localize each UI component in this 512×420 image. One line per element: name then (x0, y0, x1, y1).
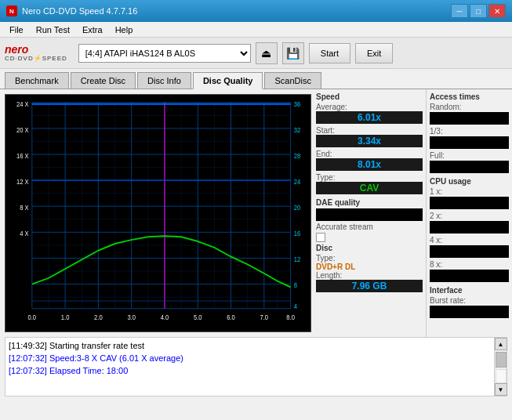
cpu-4x-bar (430, 245, 509, 258)
burst-label: Burst rate: (430, 296, 509, 305)
end-label: End: (316, 150, 423, 158)
close-button[interactable]: ✕ (488, 4, 506, 18)
svg-text:4: 4 (294, 302, 298, 310)
menu-file[interactable]: File (3, 24, 30, 36)
log-scrollbar[interactable]: ▲ ▼ (494, 338, 507, 396)
menu-extra[interactable]: Extra (76, 24, 109, 36)
svg-text:4.0: 4.0 (161, 314, 169, 322)
svg-text:12 X: 12 X (16, 179, 29, 186)
main-content: 24 X 20 X 16 X 12 X 8 X 4 X 36 32 28 24 … (0, 89, 512, 337)
menu-bar: File Run Test Extra Help (0, 22, 512, 38)
accurate-label: Accurate stream (316, 223, 423, 231)
accurate-checkbox-row (316, 233, 423, 242)
maximize-button[interactable]: □ (470, 4, 487, 18)
random-bar (430, 112, 509, 125)
svg-text:8: 8 (294, 282, 298, 290)
nero-logo-text: nero (5, 44, 67, 55)
nero-product-name: CD·DVD⚡SPEED (5, 55, 67, 62)
disc-title: Disc (316, 244, 423, 252)
cpu-1x-stat: 1 x: (430, 187, 509, 209)
tab-scan-disc[interactable]: ScanDisc (264, 72, 321, 89)
start-label: Start: (316, 126, 423, 135)
svg-text:24 X: 24 X (16, 100, 29, 108)
svg-text:20 X: 20 X (16, 126, 29, 134)
svg-text:8.0: 8.0 (286, 314, 295, 322)
cpu-4x-label: 4 x: (430, 236, 509, 244)
svg-text:16 X: 16 X (16, 152, 29, 160)
tab-benchmark[interactable]: Benchmark (5, 72, 69, 89)
scroll-down-arrow[interactable]: ▼ (495, 383, 507, 396)
cpu-1x-bar (430, 197, 509, 209)
log-time-1: [11:49:32] (9, 341, 47, 350)
average-value: 6.01x (316, 111, 423, 124)
burst-stat: Burst rate: (430, 296, 509, 318)
dae-bar (316, 208, 423, 221)
burst-bar (430, 306, 509, 318)
svg-text:4 X: 4 X (20, 230, 29, 238)
scroll-thumb[interactable] (496, 352, 507, 368)
accurate-checkbox[interactable] (316, 233, 325, 242)
length-stat: Length: 7.96 GB (316, 271, 423, 292)
title-bar: N Nero CD-DVD Speed 4.7.7.16 ─ □ ✕ (0, 0, 512, 22)
end-stat: End: 8.01x (316, 150, 423, 171)
svg-rect-0 (5, 95, 310, 331)
scroll-up-arrow[interactable]: ▲ (495, 338, 507, 350)
minimize-button[interactable]: ─ (451, 4, 468, 18)
menu-run-test[interactable]: Run Test (30, 24, 76, 36)
toolbar: nero CD·DVD⚡SPEED [4:4] ATAPI iHAS124 B … (0, 38, 512, 69)
tab-disc-quality[interactable]: Disc Quality (193, 72, 263, 89)
log-content: [11:49:32] Starting transfer rate test [… (5, 338, 494, 396)
cpu-title: CPU usage (430, 177, 509, 186)
type-stat: Type: CAV (316, 173, 423, 194)
access-section: Access times Random: 1/3: Full: (430, 92, 509, 176)
cpu-section: CPU usage 1 x: 2 x: 4 x: 8 x: (430, 177, 509, 284)
log-text-1: Starting transfer rate test (49, 341, 144, 350)
chart-svg: 24 X 20 X 16 X 12 X 8 X 4 X 36 32 28 24 … (5, 95, 310, 331)
menu-help[interactable]: Help (109, 24, 140, 36)
full-label: Full: (430, 151, 509, 160)
cpu-1x-label: 1 x: (430, 187, 509, 196)
eject-button[interactable]: ⏏ (256, 42, 278, 64)
log-text-3: Elapsed Time: 18:00 (49, 366, 128, 375)
svg-text:0.0: 0.0 (28, 314, 37, 322)
dae-section: DAE quality (316, 198, 423, 221)
disc-section: Disc Type: DVD+R DL Length: 7.96 GB (316, 244, 423, 295)
cpu-2x-bar (430, 221, 509, 234)
chart-area: 24 X 20 X 16 X 12 X 8 X 4 X 36 32 28 24 … (5, 94, 311, 332)
start-button[interactable]: Start (309, 43, 350, 63)
svg-text:3.0: 3.0 (127, 314, 136, 322)
start-stat: Start: 3.34x (316, 126, 423, 147)
length-value: 7.96 GB (316, 280, 423, 292)
drive-select[interactable]: [4:4] ATAPI iHAS124 B AL0S (78, 44, 251, 63)
length-label: Length: (316, 271, 423, 280)
disc-type-label: Type: (316, 254, 423, 262)
svg-text:32: 32 (294, 126, 301, 134)
log-line-2: [12:07:32] Speed:3-8 X CAV (6.01 X avera… (9, 352, 491, 364)
disc-type-value: DVD+R DL (316, 262, 423, 271)
average-label: Average: (316, 103, 423, 111)
svg-text:1.0: 1.0 (61, 314, 70, 322)
cpu-2x-label: 2 x: (430, 212, 509, 220)
app-icon: N (6, 5, 17, 16)
scroll-track (496, 369, 507, 383)
svg-text:24: 24 (294, 179, 301, 186)
svg-text:36: 36 (294, 100, 301, 108)
accurate-section: Accurate stream (316, 223, 423, 242)
full-bar (430, 161, 509, 173)
end-value: 8.01x (316, 158, 423, 171)
exit-button[interactable]: Exit (355, 43, 393, 63)
type-label: Type: (316, 173, 423, 182)
save-button[interactable]: 💾 (282, 42, 304, 64)
tab-disc-info[interactable]: Disc Info (137, 72, 191, 89)
svg-text:20: 20 (294, 205, 301, 212)
tab-create-disc[interactable]: Create Disc (71, 72, 136, 89)
average-stat: Average: 6.01x (316, 103, 423, 124)
svg-text:6.0: 6.0 (227, 314, 235, 322)
cpu-8x-stat: 8 x: (430, 260, 509, 282)
dae-label: DAE quality (316, 198, 423, 207)
start-value: 3.34x (316, 135, 423, 147)
speed-title: Speed (316, 92, 423, 101)
interface-title: Interface (430, 286, 509, 295)
type-value: CAV (316, 182, 423, 194)
one-third-label: 1/3: (430, 127, 509, 136)
